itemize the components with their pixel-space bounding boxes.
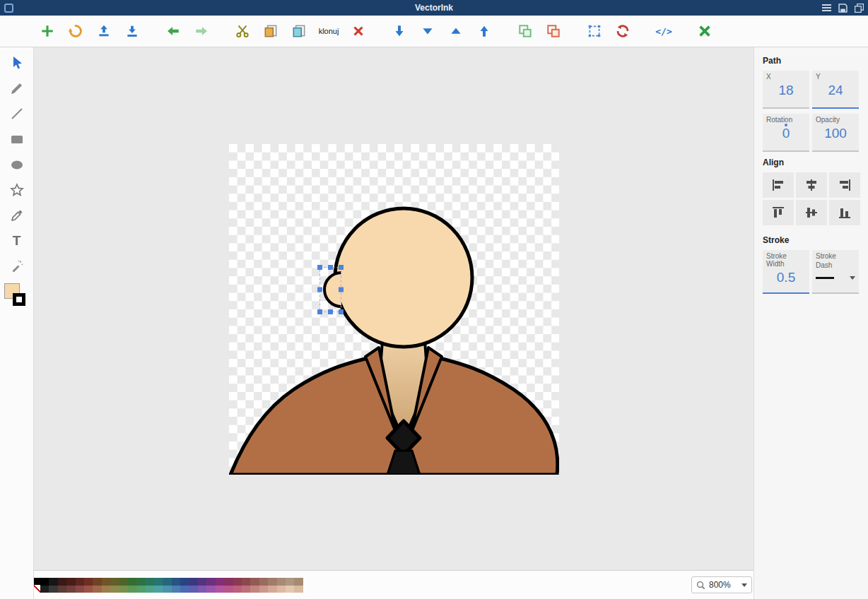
stroke-dash-field[interactable]: Stroke Dash [812,250,859,294]
cut-button[interactable] [230,19,254,43]
y-label: Y [816,73,855,81]
source-code-button[interactable]: </> [652,19,676,43]
palette-swatch[interactable] [259,578,268,593]
palette-swatch[interactable] [216,578,224,593]
zoom-control[interactable]: 800% [691,576,752,593]
no-color-swatch[interactable] [34,578,40,593]
rotation-value[interactable]: 0 [766,126,806,141]
align-center-horizontal-button[interactable] [796,172,827,198]
zoom-dropdown-icon[interactable] [741,583,747,587]
text-tool[interactable]: T [3,228,31,254]
palette-swatch[interactable] [146,578,154,593]
opacity-field[interactable]: Opacity 100 [812,114,859,152]
restore-window-icon[interactable] [855,4,864,13]
x-field[interactable]: X 18 [763,71,809,109]
stroke-dash-select[interactable] [816,276,855,280]
bring-to-front-button[interactable] [444,19,468,43]
palette-swatch[interactable] [40,578,49,593]
wand-tool[interactable] [3,254,31,279]
black-swatch[interactable] [34,578,40,586]
zoom-value[interactable]: 800% [709,580,731,590]
palette-swatch[interactable] [294,578,303,593]
palette-swatch[interactable] [136,578,145,593]
move-up-button[interactable] [472,19,496,43]
rotation-field[interactable]: Rotation 0 [763,114,809,152]
palette-swatch[interactable] [102,578,110,593]
color-indicator[interactable] [4,283,30,312]
palette-swatch[interactable] [242,578,250,593]
redo-button[interactable] [189,19,213,43]
undo-button[interactable] [161,19,185,43]
palette-swatch[interactable] [224,578,233,593]
none-color-icon[interactable] [34,585,40,593]
download-button[interactable] [120,19,144,43]
palette-swatch[interactable] [84,578,93,593]
palette-swatch[interactable] [268,578,276,593]
delete-button[interactable] [346,19,370,43]
stroke-row: Stroke Width 0.5 Stroke Dash [763,250,860,294]
palette-swatch[interactable] [198,578,206,593]
palette-swatch[interactable] [172,578,180,593]
palette-swatch[interactable] [58,578,66,593]
rectangle-tool[interactable] [3,126,31,152]
palette-swatch[interactable] [49,578,57,593]
palette-swatch[interactable] [154,578,163,593]
stroke-swatch[interactable] [13,293,25,306]
palette-swatch[interactable] [66,578,75,593]
select-box-button[interactable] [582,19,606,43]
rotate-button[interactable] [611,19,635,43]
eyedropper-tool[interactable] [3,203,31,228]
save-icon[interactable] [838,4,848,13]
reload-button[interactable] [64,19,88,43]
align-right-button[interactable] [829,172,860,198]
star-tool[interactable] [3,177,31,203]
align-left-button[interactable] [763,172,794,198]
palette-swatch[interactable] [233,578,242,593]
send-to-back-button[interactable] [416,19,440,43]
stroke-width-value[interactable]: 0.5 [766,270,806,285]
copy-button[interactable] [259,19,283,43]
palette-swatch[interactable] [286,578,294,593]
drawing-svg[interactable] [229,144,559,475]
ellipse-tool[interactable] [3,152,31,177]
stroke-width-field[interactable]: Stroke Width 0.5 [763,250,809,294]
align-middle-vertical-button[interactable] [796,200,827,225]
canvas[interactable] [34,47,753,571]
align-bottom-button[interactable] [829,200,860,225]
align-top-button[interactable] [763,200,794,225]
opacity-value[interactable]: 100 [816,126,855,141]
menu-icon[interactable] [822,4,831,11]
palette-swatch[interactable] [180,578,189,593]
palette-swatch[interactable] [277,578,286,593]
palette-swatch[interactable] [119,578,128,593]
y-value[interactable]: 24 [816,83,855,98]
palette-swatch[interactable] [206,578,215,593]
upload-button[interactable] [92,19,116,43]
palette-swatch[interactable] [163,578,171,593]
ungroup-button[interactable] [541,19,565,43]
color-palette[interactable] [40,578,303,593]
palette-swatch[interactable] [250,578,259,593]
rectangle-icon [9,131,25,147]
pencil-tool[interactable] [3,76,31,101]
reload-icon [68,23,83,39]
palette-swatch[interactable] [128,578,136,593]
y-field[interactable]: Y 24 [812,71,859,109]
fit-canvas-button[interactable] [693,19,717,43]
select-tool[interactable] [3,50,31,76]
line-tool[interactable] [3,101,31,126]
group-button[interactable] [513,19,537,43]
palette-swatch[interactable] [93,578,101,593]
palette-swatch[interactable] [189,578,198,593]
download-icon [124,23,140,39]
add-button[interactable] [35,19,59,43]
palette-swatch[interactable] [76,578,84,593]
paste-button[interactable] [287,19,311,43]
palette-swatch[interactable] [110,578,119,593]
clone-button[interactable]: klonuj [315,27,342,35]
artboard[interactable] [229,144,559,475]
move-down-button[interactable] [387,19,411,43]
rotation-opacity-row: Rotation 0 Opacity 100 [763,114,860,152]
x-value[interactable]: 18 [766,83,806,98]
head-shape[interactable] [335,208,472,347]
